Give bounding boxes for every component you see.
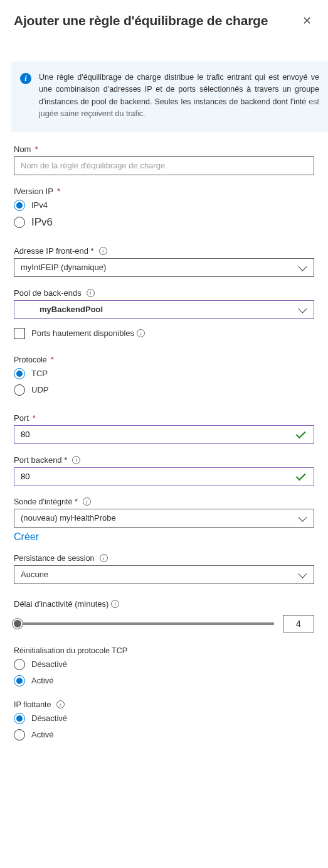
radio-label: TCP [31, 369, 48, 378]
radio-floatip-enabled[interactable]: Activé [14, 729, 314, 741]
create-probe-link[interactable]: Créer [14, 531, 39, 543]
backend-pool-select[interactable]: myBackendPool [14, 300, 314, 319]
chevron-down-icon [298, 262, 307, 271]
info-outline-icon[interactable]: i [87, 289, 95, 297]
info-text: Une règle d'équilibrage de charge distri… [39, 72, 319, 121]
info-outline-icon[interactable]: i [137, 329, 145, 337]
protocol-label: Protocole* [14, 355, 314, 364]
info-outline-icon[interactable]: i [72, 456, 80, 464]
name-input[interactable] [14, 156, 314, 175]
radio-floatip-disabled[interactable]: Désactivé [14, 713, 314, 724]
select-value: Aucune [21, 570, 48, 579]
checkmark-icon [296, 470, 306, 480]
radio-tcp[interactable]: TCP [14, 368, 314, 379]
idle-timeout-value[interactable]: 4 [283, 615, 314, 632]
radio-label: IPv4 [31, 200, 48, 210]
radio-icon [14, 200, 25, 211]
info-line2: une combinaison d'adresses IP et de port… [39, 85, 319, 106]
tcp-reset-label: Réinitialisation du protocole TCP [14, 646, 314, 655]
radio-ipv4[interactable]: IPv4 [14, 200, 314, 211]
radio-icon [14, 659, 25, 670]
radio-ipv6[interactable]: IPv6 [14, 216, 314, 229]
radio-label: UDP [31, 385, 48, 394]
info-line1: Une règle d'équilibrage de charge distri… [39, 73, 319, 82]
info-outline-icon[interactable]: i [111, 600, 119, 608]
chevron-down-icon [298, 569, 307, 578]
backend-port-input-wrap [14, 467, 314, 486]
health-probe-select[interactable]: (nouveau) myHealthProbe [14, 509, 314, 528]
health-probe-label: Sonde d'intégrité * i [14, 497, 314, 506]
checkmark-icon [296, 428, 306, 438]
checkbox-icon [14, 328, 25, 339]
select-value: (nouveau) myHealthProbe [21, 513, 116, 523]
chevron-down-icon [298, 513, 307, 521]
page-title: Ajouter une règle d'équilibrage de charg… [14, 13, 268, 28]
radio-label: Activé [31, 730, 53, 739]
info-outline-icon[interactable]: i [83, 497, 91, 506]
radio-icon [14, 384, 25, 396]
radio-icon [14, 713, 25, 724]
radio-label: Désactivé [31, 659, 67, 669]
backend-port-input[interactable] [21, 472, 297, 481]
chevron-down-icon [298, 304, 307, 313]
info-outline-icon[interactable]: i [99, 247, 107, 255]
close-icon[interactable]: ✕ [300, 11, 314, 30]
backend-pool-label: Pool de back-ends i [14, 288, 314, 298]
port-input-wrap [14, 425, 314, 444]
port-label: Port* [14, 413, 314, 423]
ha-ports-checkbox[interactable]: Ports hautement disponibles i [14, 328, 314, 339]
frontend-ip-select[interactable]: myIntFEIP (dynamique) [14, 258, 314, 277]
radio-icon [14, 729, 25, 741]
radio-icon [14, 675, 25, 686]
select-value: myIntFEIP (dynamique) [21, 263, 106, 272]
info-outline-icon[interactable]: i [100, 554, 108, 562]
checkbox-label: Ports hautement disponibles [31, 328, 134, 338]
radio-tcpreset-disabled[interactable]: Désactivé [14, 659, 314, 670]
info-icon: i [20, 73, 31, 84]
session-persistence-label: Persistance de session i [14, 554, 314, 563]
idle-timeout-label: Délai d'inactivité (minutes) i [14, 599, 314, 609]
radio-label: Désactivé [31, 713, 67, 723]
frontend-ip-label: Adresse IP front-end * i [14, 246, 314, 256]
idle-timeout-slider[interactable] [14, 622, 274, 625]
ip-version-label: IVersion IP* [14, 187, 314, 196]
port-input[interactable] [21, 430, 297, 439]
info-banner: i Une règle d'équilibrage de charge dist… [11, 62, 328, 132]
radio-tcpreset-enabled[interactable]: Activé [14, 675, 314, 686]
radio-udp[interactable]: UDP [14, 384, 314, 396]
session-persistence-select[interactable]: Aucune [14, 565, 314, 584]
radio-label: Activé [31, 676, 53, 685]
radio-label: IPv6 [31, 216, 53, 229]
info-outline-icon[interactable]: i [56, 700, 65, 708]
floating-ip-label: IP flottante i [14, 700, 314, 709]
select-value: myBackendPool [40, 305, 103, 314]
radio-icon [14, 368, 25, 379]
name-label: Nom* [14, 144, 314, 154]
radio-icon [14, 217, 25, 228]
slider-thumb[interactable] [13, 619, 23, 629]
backend-port-label: Port backend * i [14, 455, 314, 465]
